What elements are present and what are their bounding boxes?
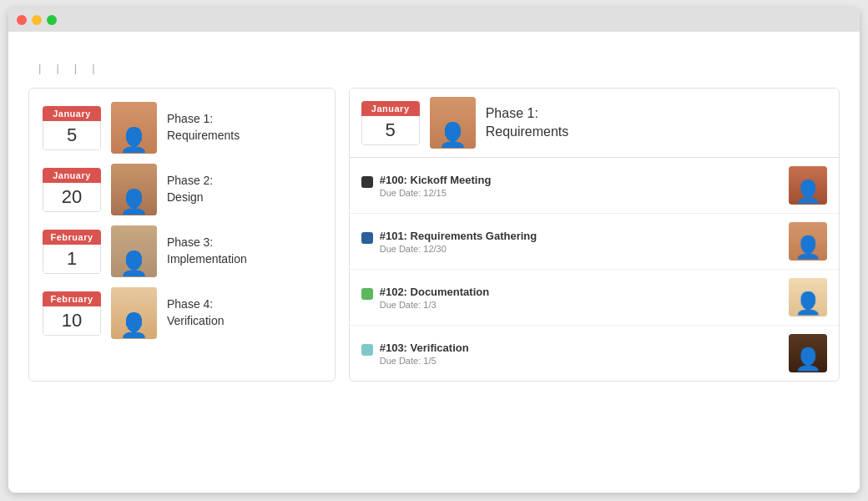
task-due: Due Date: 12/15 [380, 188, 492, 198]
minimize-dot[interactable] [32, 15, 42, 25]
phase-list: January 5 Phase 1:Requirements January 2… [28, 88, 336, 382]
selected-day: 5 [361, 116, 420, 145]
task-list: #100: Kickoff Meeting Due Date: 12/15 #1… [350, 158, 839, 381]
selected-phase-header: January 5 Phase 1:Requirements [350, 89, 839, 158]
task-due: Due Date: 12/30 [380, 244, 537, 254]
task-avatar [789, 278, 827, 316]
task-due: Due Date: 1/5 [380, 356, 469, 366]
task-info: #100: Kickoff Meeting Due Date: 12/15 [380, 174, 492, 198]
date-badge: February 10 [43, 291, 101, 336]
main-grid: January 5 Phase 1:Requirements January 2… [28, 88, 840, 382]
phase-avatar [111, 225, 157, 277]
task-avatar [789, 222, 827, 261]
avatar-face [111, 225, 157, 277]
task-panel: January 5 Phase 1:Requirements #100: Kic… [349, 88, 840, 382]
day-label: 5 [43, 121, 101, 150]
day-label: 20 [43, 183, 101, 212]
task-avatar-face [789, 166, 827, 205]
task-left: #102: Documentation Due Date: 1/3 [361, 286, 489, 310]
task-item-3[interactable]: #103: Verification Due Date: 1/5 [350, 326, 839, 381]
phase-item-1[interactable]: January 5 Phase 1:Requirements [43, 102, 321, 154]
month-label: January [43, 168, 101, 183]
task-info: #102: Documentation Due Date: 1/3 [380, 286, 489, 310]
task-info: #103: Verification Due Date: 1/5 [380, 342, 469, 366]
phase-item-3[interactable]: February 1 Phase 3:Implementation [43, 225, 321, 277]
phase-label: Phase 2:Design [167, 173, 213, 205]
task-color-dot [361, 232, 373, 244]
task-color-dot [361, 288, 373, 300]
main-content: | | | | January 5 Phase 1:Requirements [8, 32, 860, 493]
task-color-dot [361, 176, 373, 188]
selected-phase-label: Phase 1:Requirements [486, 104, 569, 142]
task-avatar-face [789, 334, 827, 372]
date-badge: February 1 [43, 230, 101, 274]
phase-label: Phase 1:Requirements [167, 111, 240, 144]
avatar-face [111, 287, 157, 339]
task-title: #101: Requirements Gathering [380, 230, 537, 242]
phase-label: Phase 4:Verification [167, 296, 224, 329]
selected-date-badge: January 5 [361, 101, 420, 145]
phase-item-2[interactable]: January 20 Phase 2:Design [43, 164, 321, 215]
task-title: #103: Verification [380, 342, 469, 354]
month-label: January [43, 106, 101, 121]
titlebar [8, 8, 860, 32]
project-meta: | | | | [28, 62, 840, 74]
phase-item-4[interactable]: February 10 Phase 4:Verification [43, 287, 321, 339]
task-avatar-face [789, 278, 827, 316]
phase-label: Phase 3:Implementation [167, 235, 247, 267]
phase-avatar [111, 102, 157, 154]
task-avatar [789, 334, 827, 372]
task-left: #103: Verification Due Date: 1/5 [361, 342, 469, 366]
selected-avatar-face [430, 97, 476, 149]
day-label: 1 [43, 245, 101, 274]
day-label: 10 [43, 306, 101, 336]
task-info: #101: Requirements Gathering Due Date: 1… [380, 230, 537, 254]
task-item-1[interactable]: #101: Requirements Gathering Due Date: 1… [350, 214, 839, 270]
task-title: #100: Kickoff Meeting [380, 174, 492, 186]
close-dot[interactable] [17, 15, 27, 25]
selected-month: January [361, 101, 420, 116]
task-left: #101: Requirements Gathering Due Date: 1… [361, 230, 537, 254]
month-label: February [43, 230, 101, 245]
date-badge: January 20 [43, 168, 101, 212]
month-label: February [43, 291, 101, 306]
task-item-0[interactable]: #100: Kickoff Meeting Due Date: 12/15 [350, 158, 839, 214]
date-badge: January 5 [43, 106, 101, 150]
avatar-face [111, 164, 157, 215]
avatar-face [111, 102, 157, 154]
task-item-2[interactable]: #102: Documentation Due Date: 1/3 [350, 270, 839, 326]
task-due: Due Date: 1/3 [380, 300, 489, 310]
app-window: | | | | January 5 Phase 1:Requirements [8, 8, 860, 493]
task-avatar [789, 166, 827, 205]
phase-avatar [111, 287, 157, 339]
task-avatar-face [789, 222, 827, 261]
selected-avatar [430, 97, 476, 149]
task-color-dot [361, 344, 373, 356]
phase-avatar [111, 164, 157, 215]
maximize-dot[interactable] [47, 15, 57, 25]
task-left: #100: Kickoff Meeting Due Date: 12/15 [361, 174, 492, 198]
task-title: #102: Documentation [380, 286, 489, 298]
